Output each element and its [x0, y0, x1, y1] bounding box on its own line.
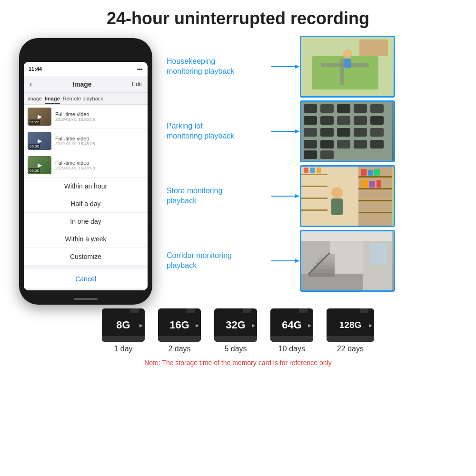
sd-card-arrow-64g: ▸: [308, 321, 311, 329]
phone-time: 11:44: [29, 66, 42, 72]
svg-rect-20: [354, 116, 367, 125]
housekeeping-image-content: [301, 37, 394, 96]
storage-days-16g: 2 days: [168, 345, 190, 353]
svg-rect-16: [370, 104, 384, 113]
svg-rect-14: [337, 104, 350, 113]
sd-card-16g: 16G ▸: [158, 308, 201, 342]
svg-rect-63: [311, 269, 335, 273]
storage-days-128g: 22 days: [337, 345, 364, 353]
storage-card-16g: 16G ▸ 2 days: [158, 308, 201, 353]
monitoring-image-2: [300, 100, 395, 162]
sd-card-64g: 64G ▸: [270, 308, 313, 342]
phone-section: 11:44 ▪▪▪ ‹ Image Edit image Image Remot…: [10, 33, 162, 305]
tab-image[interactable]: image: [28, 96, 42, 104]
svg-rect-71: [370, 243, 387, 265]
sd-card-arrow-128g: ▸: [369, 321, 372, 329]
home-indicator: [74, 298, 98, 300]
sd-card-128g: 128G ▸: [327, 308, 374, 342]
sd-card-label-32g: 32G: [226, 319, 246, 331]
video-item-3: 05:00 Full-time video 2019-01-01 15:40:0…: [24, 153, 148, 178]
phone-notch: [67, 44, 105, 53]
svg-rect-17: [304, 116, 317, 125]
dropdown-item-5[interactable]: Customize: [24, 248, 148, 266]
video-title-2: Full-time video: [55, 136, 95, 141]
store-image-content: [301, 167, 394, 226]
svg-rect-32: [304, 150, 317, 159]
phone-dropdown: Within an hour Half a day In one day Wit…: [24, 178, 148, 288]
phone-nav-bar: ‹ Image Edit: [24, 76, 148, 93]
svg-rect-31: [370, 140, 384, 149]
monitoring-image-3: [300, 165, 395, 227]
video-title-3: Full-time video: [55, 160, 95, 166]
svg-rect-28: [320, 140, 334, 149]
storage-card-32g: 32G ▸ 5 days: [214, 308, 257, 353]
sd-card-arrow-32g: ▸: [252, 321, 255, 329]
svg-rect-26: [370, 128, 384, 137]
dropdown-item-1[interactable]: Within an hour: [24, 178, 148, 195]
video-item-2: 05:00 Full-time video 2019-01-01 15:45:0…: [24, 129, 148, 153]
svg-rect-18: [320, 116, 334, 125]
sd-card-arrow-16g: ▸: [196, 321, 199, 329]
phone-icons: ▪▪▪: [137, 66, 143, 72]
monitoring-label-2: Parking lotmonitoring playback: [167, 121, 271, 141]
svg-rect-12: [304, 104, 317, 113]
edit-button[interactable]: Edit: [132, 81, 142, 88]
phone-header-title: Image: [72, 80, 91, 88]
video-date-3: 2019-01-01 15:40:08: [55, 166, 95, 170]
video-duration-1: 01:22: [29, 119, 40, 125]
svg-marker-10: [295, 129, 300, 133]
video-info-1: Full-time video 2019-01-01 15:50:08: [55, 111, 95, 122]
back-arrow[interactable]: ‹: [30, 80, 32, 89]
sd-card-notch-128g: [360, 308, 368, 313]
svg-rect-8: [344, 59, 351, 68]
svg-rect-15: [354, 104, 367, 113]
tab-image-active[interactable]: Image: [45, 96, 60, 104]
monitoring-image-4: [300, 230, 395, 292]
monitoring-item-2: Parking lotmonitoring playback: [167, 100, 466, 162]
video-list: 01:22 Full-time video 2019-01-01 15:50:0…: [24, 105, 148, 178]
storage-card-64g: 64G ▸ 10 days: [270, 308, 313, 353]
video-thumb-3[interactable]: 05:00: [28, 156, 51, 174]
monitoring-item-4: Corridor monitoringplayback: [167, 230, 466, 292]
video-thumb-2[interactable]: 05:00: [28, 132, 51, 150]
svg-rect-38: [358, 176, 392, 178]
svg-point-7: [343, 49, 352, 59]
svg-rect-23: [320, 128, 334, 137]
sd-card-8g: 8G ▸: [102, 308, 145, 342]
svg-rect-56: [317, 168, 321, 173]
video-info-2: Full-time video 2019-01-01 15:45:08: [55, 136, 95, 146]
connector-line-2: [271, 127, 300, 136]
monitoring-label-3: Store monitoringplayback: [167, 186, 271, 206]
sd-card-label-16g: 16G: [169, 319, 189, 331]
video-thumb-1[interactable]: 01:22: [28, 108, 51, 126]
connector-line-1: [271, 62, 300, 71]
storage-card-8g: 8G ▸ 1 day: [102, 308, 145, 353]
right-section: Housekeepingmonitoring playback: [167, 33, 466, 305]
phone-tabs: image Image Remote playback: [24, 93, 148, 105]
sd-card-notch-8g: [130, 308, 139, 313]
storage-cards: 8G ▸ 1 day 16G ▸ 2 days 32G ▸ 5 days: [102, 308, 374, 353]
tab-remote-playback[interactable]: Remote playback: [63, 96, 103, 104]
monitoring-label-1: Housekeepingmonitoring playback: [167, 57, 271, 77]
svg-rect-50: [301, 174, 327, 175]
monitoring-item-1: Housekeepingmonitoring playback: [167, 36, 466, 98]
phone-body: 11:44 ▪▪▪ ‹ Image Edit image Image Remot…: [19, 38, 152, 305]
dropdown-item-2[interactable]: Half a day: [24, 195, 148, 213]
svg-rect-25: [354, 128, 367, 137]
monitoring-image-1: [300, 36, 395, 98]
dropdown-item-3[interactable]: In one day: [24, 213, 148, 230]
dropdown-cancel[interactable]: Cancel: [24, 266, 148, 288]
storage-days-64g: 10 days: [278, 345, 305, 353]
svg-rect-40: [358, 200, 392, 201]
video-date-2: 2019-01-01 15:45:08: [55, 141, 95, 146]
svg-rect-29: [337, 140, 350, 149]
storage-note: Note: The storage time of the memory car…: [144, 359, 331, 367]
svg-point-48: [331, 187, 343, 198]
svg-rect-30: [354, 140, 367, 149]
svg-rect-44: [374, 169, 380, 176]
dropdown-item-4[interactable]: Within a week: [24, 230, 148, 248]
storage-section: 8G ▸ 1 day 16G ▸ 2 days 32G ▸ 5 days: [0, 308, 476, 367]
svg-rect-27: [304, 140, 317, 149]
storage-card-128g: 128G ▸ 22 days: [327, 308, 374, 353]
svg-rect-52: [301, 198, 327, 199]
